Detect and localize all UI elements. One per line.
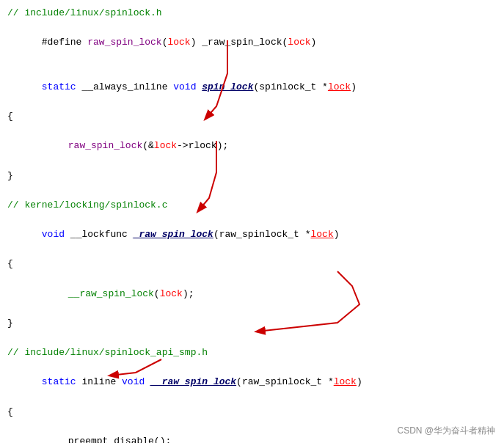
- brace-close-2: }: [7, 316, 497, 331]
- raw-spin-lock-call: raw_spin_lock(&lock->rlock);: [7, 124, 497, 168]
- block-spinlock-h-1: // include/linux/spinlock.h #define raw_…: [7, 6, 497, 183]
- param-lock-1: lock: [167, 37, 190, 48]
- spin-lock-name: spin_lock: [202, 81, 253, 92]
- brace-open-1: {: [7, 109, 497, 124]
- lock-param: lock: [328, 81, 351, 92]
- macro-name: raw_spin_lock: [87, 37, 161, 48]
- code-container: // include/linux/spinlock.h #define raw_…: [0, 0, 504, 443]
- define-keyword: #define: [42, 37, 87, 48]
- file-comment-3: // include/linux/spinlock_api_smp.h: [7, 345, 497, 360]
- raw-spin-lock-inner-call: __raw_spin_lock(lock);: [7, 271, 497, 315]
- macro-body: _raw_spin_lock(: [202, 37, 288, 48]
- block-spinlock-c: // kernel/locking/spinlock.c void __lock…: [7, 198, 497, 331]
- watermark: CSDN @华为奋斗者精神: [397, 425, 495, 437]
- raw-spin-lock-name: _raw_spin_lock: [134, 229, 213, 240]
- raw-spin-lock-decl: void __lockfunc _raw_spin_lock(raw_spinl…: [7, 213, 497, 257]
- raw-spin-lock-smp-decl: static inline void __raw_spin_lock(raw_s…: [7, 360, 497, 404]
- brace-open-2: {: [7, 257, 497, 271]
- brace-open-3: {: [7, 405, 497, 420]
- brace-close-1: }: [7, 169, 497, 183]
- file-comment-2: // kernel/locking/spinlock.c: [7, 198, 497, 213]
- macro-define: #define raw_spin_lock(lock) _raw_spin_lo…: [7, 21, 497, 65]
- spin-lock-decl: static __always_inline void spin_lock(sp…: [7, 65, 497, 109]
- dunder-raw-spin-lock-name: __raw_spin_lock: [150, 376, 236, 387]
- file-comment-1: // include/linux/spinlock.h: [7, 6, 497, 21]
- param-lock-2: lock: [288, 37, 310, 48]
